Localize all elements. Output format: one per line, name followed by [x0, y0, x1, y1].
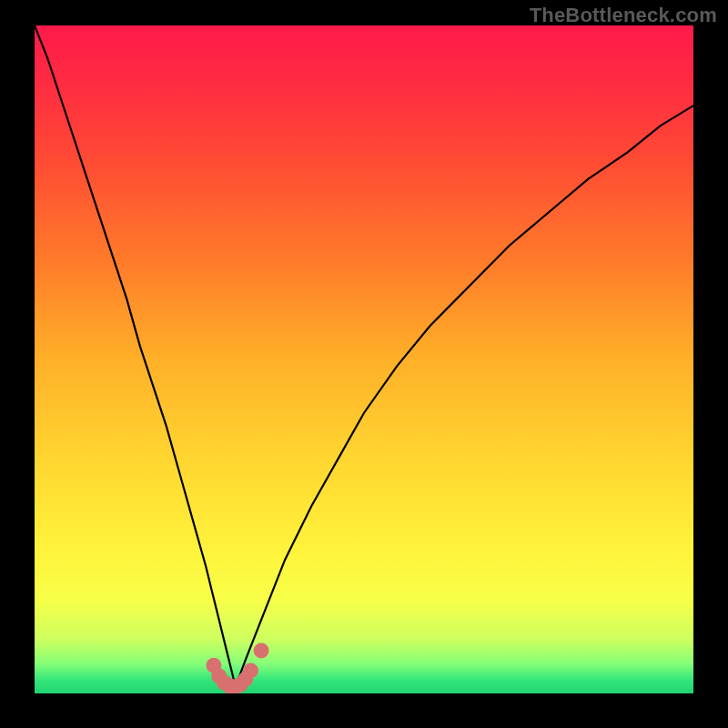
gradient-background: [35, 25, 693, 693]
plot-area: [35, 25, 693, 693]
bottleneck-chart-svg: [35, 25, 693, 693]
marker-dot: [243, 663, 258, 679]
chart-stage: TheBottleneck.com: [0, 0, 728, 728]
watermark-text: TheBottleneck.com: [530, 4, 717, 27]
marker-dot: [254, 643, 269, 659]
